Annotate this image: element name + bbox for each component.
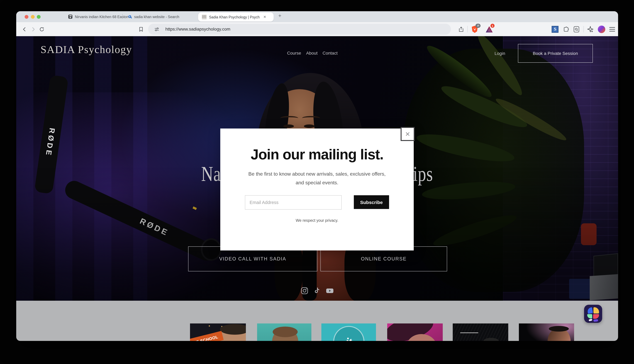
share-icon[interactable] — [459, 26, 464, 32]
school-banner: THE SCHOOL — [190, 331, 224, 341]
modal-body-line1: Be the first to know about new arrivals,… — [220, 170, 414, 178]
traffic-light-zoom[interactable] — [37, 15, 40, 19]
menu-hamburger-icon[interactable] — [609, 27, 615, 32]
modal-close-button[interactable]: ✕ — [400, 127, 415, 141]
youtube-icon[interactable] — [326, 287, 334, 294]
person-eyebrow-right — [302, 116, 320, 120]
tab-title: Nirvanis indian Kitchen 68 Easton A — [75, 15, 134, 18]
person-eyebrow-left — [280, 116, 298, 120]
profile-avatar[interactable] — [598, 26, 605, 33]
thumbnail-dark-lines-show[interactable] — [453, 324, 508, 341]
shields-badge: 15 — [476, 24, 480, 28]
subscribe-button[interactable]: Subscribe — [354, 195, 389, 209]
line-pattern — [453, 324, 508, 341]
notification-badge: 1 — [490, 24, 494, 28]
tune-icon[interactable] — [154, 27, 159, 32]
tab-divider — [122, 14, 122, 19]
page-content: RØDE RØDE SADIA Psychology Course Ab — [16, 36, 618, 341]
thumbnail-impact-theory[interactable]: it — [321, 324, 376, 341]
modal-body: Be the first to know about new arrivals,… — [220, 170, 414, 187]
social-row — [16, 287, 618, 294]
browser-window: Nirvanis indian Kitchen 68 Easton A sadi… — [16, 11, 618, 341]
modal-body-line2: and special events. — [220, 178, 414, 187]
login-link[interactable]: Login — [494, 51, 505, 56]
lit-guest-hair — [549, 326, 569, 332]
nav-about[interactable]: About — [306, 50, 318, 56]
privacy-note: We respect your privacy. — [220, 218, 414, 223]
desktop: Nirvanis indian Kitchen 68 Easton A sadi… — [0, 0, 634, 364]
modal-title: Join our mailing list. — [220, 146, 414, 163]
stage-lights — [209, 325, 210, 326]
tab-search[interactable]: sadia khan website - Search — [126, 11, 196, 22]
traffic-light-minimize[interactable] — [31, 15, 34, 19]
site-logo[interactable]: SADIA Psychology — [40, 44, 132, 56]
icon-segment-white — [588, 319, 592, 322]
browser-toolbar: https://www.sadiapsychology.com 15 1 S — [16, 22, 618, 36]
leo-ai-sparkle-icon[interactable] — [587, 26, 594, 32]
email-input[interactable] — [245, 195, 342, 210]
tab-close-icon[interactable]: ✕ — [263, 15, 266, 19]
storefront-favicon-icon — [68, 15, 72, 19]
bookmark-icon[interactable] — [139, 27, 143, 32]
extensions-puzzle-icon[interactable] — [563, 26, 569, 32]
thumbnail-school-of-greatness[interactable]: THE SCHOOL — [190, 324, 246, 341]
icon-segment-red — [593, 314, 599, 319]
person-eye-right — [304, 124, 314, 128]
tab-strip: Nirvanis indian Kitchen 68 Easton A sadi… — [16, 11, 618, 22]
book-session-button[interactable]: Book a Private Session — [518, 44, 593, 63]
instagram-icon[interactable] — [300, 287, 308, 294]
press-strip-section: THE SCHOOL it — [16, 301, 618, 341]
subscribe-form: Subscribe — [220, 195, 414, 210]
nav-contact[interactable]: Contact — [322, 50, 338, 56]
tab-title: sadia khan website - Search — [134, 15, 194, 18]
search-favicon-icon — [128, 15, 132, 18]
impact-theory-logo: it — [333, 326, 364, 341]
tab-title: Sadia Khan Psychology | Psych — [209, 15, 263, 19]
icon-segment-violet — [593, 319, 598, 322]
reload-icon[interactable] — [39, 27, 44, 32]
toolbar-divider — [584, 26, 584, 32]
icon-segment-blue — [587, 307, 593, 314]
address-bar[interactable]: https://www.sadiapsychology.com — [148, 24, 451, 34]
tab-sadia-active[interactable]: SADIA Psychology Sadia Khan Psychology |… — [198, 12, 274, 22]
guest-buzzcut — [273, 326, 298, 337]
traffic-light-close[interactable] — [25, 15, 28, 19]
new-tab-button[interactable]: + — [278, 13, 282, 19]
main-nav: Course About Contact — [287, 50, 338, 56]
tiktok-icon[interactable] — [313, 287, 320, 294]
mailing-list-modal: ✕ Join our mailing list. Be the first to… — [220, 128, 414, 250]
back-icon[interactable] — [22, 26, 27, 32]
nav-course[interactable]: Course — [287, 50, 301, 56]
sadia-favicon-icon: SADIA Psychology — [202, 15, 206, 19]
toolbar-divider — [468, 26, 468, 32]
s-extension-icon[interactable]: S — [552, 26, 558, 32]
thumbnail-teal-podcast[interactable] — [257, 324, 312, 341]
search-tab-icon[interactable] — [574, 26, 580, 32]
icon-segment-mint — [587, 314, 592, 318]
title-underline — [460, 332, 478, 333]
icon-segment-yellow — [594, 307, 599, 314]
thumbnail-magenta-show[interactable] — [387, 324, 443, 341]
forward-icon[interactable] — [30, 26, 36, 32]
thumbnail-dark-interview[interactable] — [519, 324, 574, 341]
url-text: https://www.sadiapsychology.com — [165, 24, 230, 34]
person-eye-left — [283, 124, 294, 128]
color-wheel-app-icon[interactable] — [584, 305, 602, 323]
